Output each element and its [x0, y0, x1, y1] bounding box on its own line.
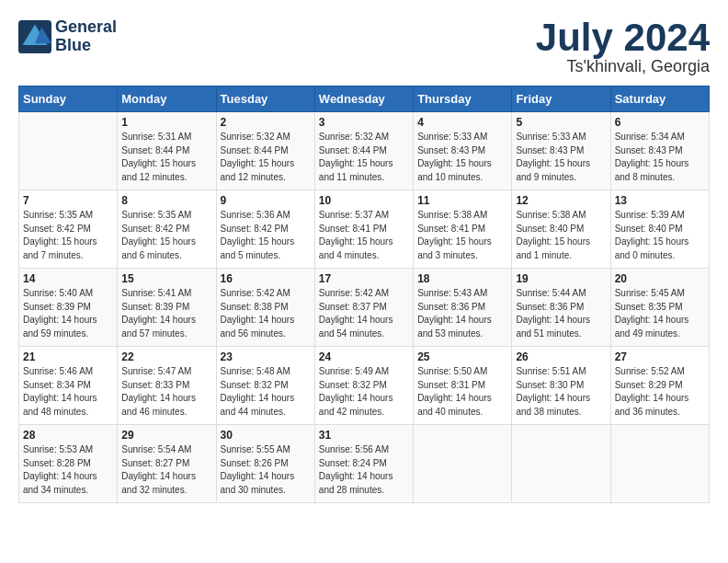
day-number: 21	[23, 350, 113, 363]
day-info: Sunrise: 5:43 AM Sunset: 8:36 PM Dayligh…	[417, 287, 507, 340]
day-info: Sunrise: 5:38 AM Sunset: 8:40 PM Dayligh…	[516, 209, 606, 262]
day-cell: 18Sunrise: 5:43 AM Sunset: 8:36 PM Dayli…	[414, 269, 512, 347]
calendar-title: July 2024	[536, 18, 710, 57]
calendar-subtitle: Ts'khinvali, Georgia	[536, 57, 710, 76]
day-number: 10	[319, 194, 409, 207]
day-cell: 2Sunrise: 5:32 AM Sunset: 8:44 PM Daylig…	[216, 112, 314, 190]
day-info: Sunrise: 5:42 AM Sunset: 8:38 PM Dayligh…	[221, 287, 311, 340]
day-info: Sunrise: 5:56 AM Sunset: 8:24 PM Dayligh…	[319, 443, 409, 497]
day-number: 11	[417, 194, 507, 207]
day-number: 19	[516, 272, 606, 285]
day-info: Sunrise: 5:44 AM Sunset: 8:36 PM Dayligh…	[516, 287, 606, 340]
day-number: 14	[23, 272, 113, 285]
day-cell: 24Sunrise: 5:49 AM Sunset: 8:32 PM Dayli…	[314, 347, 413, 425]
day-number: 17	[319, 272, 409, 285]
day-number: 15	[121, 272, 211, 285]
day-info: Sunrise: 5:39 AM Sunset: 8:40 PM Dayligh…	[615, 209, 705, 262]
logo-line1: General	[55, 18, 117, 37]
day-info: Sunrise: 5:55 AM Sunset: 8:26 PM Dayligh…	[221, 443, 311, 497]
page-header: General Blue July 2024 Ts'khinvali, Geor…	[18, 18, 710, 76]
day-number: 22	[121, 350, 211, 363]
header-cell-sunday: Sunday	[19, 86, 118, 112]
week-row-5: 28Sunrise: 5:53 AM Sunset: 8:28 PM Dayli…	[19, 425, 710, 503]
day-number: 7	[23, 194, 113, 207]
calendar-table: SundayMondayTuesdayWednesdayThursdayFrid…	[18, 86, 710, 503]
week-row-1: 1Sunrise: 5:31 AM Sunset: 8:44 PM Daylig…	[19, 112, 710, 190]
day-info: Sunrise: 5:49 AM Sunset: 8:32 PM Dayligh…	[319, 365, 409, 419]
day-number: 4	[417, 116, 507, 129]
week-row-4: 21Sunrise: 5:46 AM Sunset: 8:34 PM Dayli…	[19, 347, 710, 425]
day-cell: 17Sunrise: 5:42 AM Sunset: 8:37 PM Dayli…	[314, 269, 413, 347]
day-info: Sunrise: 5:51 AM Sunset: 8:30 PM Dayligh…	[516, 365, 606, 419]
day-info: Sunrise: 5:52 AM Sunset: 8:29 PM Dayligh…	[615, 365, 705, 419]
day-cell: 15Sunrise: 5:41 AM Sunset: 8:39 PM Dayli…	[118, 269, 216, 347]
day-cell: 21Sunrise: 5:46 AM Sunset: 8:34 PM Dayli…	[19, 347, 118, 425]
day-cell: 23Sunrise: 5:48 AM Sunset: 8:32 PM Dayli…	[216, 347, 314, 425]
header-cell-tuesday: Tuesday	[216, 86, 314, 112]
day-info: Sunrise: 5:41 AM Sunset: 8:39 PM Dayligh…	[121, 287, 211, 340]
header-cell-saturday: Saturday	[610, 86, 709, 112]
day-number: 25	[417, 350, 507, 363]
day-number: 18	[417, 272, 507, 285]
day-cell: 9Sunrise: 5:36 AM Sunset: 8:42 PM Daylig…	[216, 190, 314, 269]
day-number: 28	[23, 429, 113, 442]
day-cell: 22Sunrise: 5:47 AM Sunset: 8:33 PM Dayli…	[118, 347, 216, 425]
day-number: 6	[615, 116, 705, 129]
day-cell: 13Sunrise: 5:39 AM Sunset: 8:40 PM Dayli…	[610, 190, 709, 269]
day-number: 8	[121, 194, 211, 207]
week-row-3: 14Sunrise: 5:40 AM Sunset: 8:39 PM Dayli…	[19, 269, 710, 347]
day-cell: 11Sunrise: 5:38 AM Sunset: 8:41 PM Dayli…	[414, 190, 512, 269]
day-cell: 30Sunrise: 5:55 AM Sunset: 8:26 PM Dayli…	[216, 425, 314, 503]
day-cell	[414, 425, 512, 503]
day-cell: 6Sunrise: 5:34 AM Sunset: 8:43 PM Daylig…	[610, 112, 709, 190]
day-number: 1	[121, 116, 211, 129]
day-number: 3	[319, 116, 409, 129]
title-block: July 2024 Ts'khinvali, Georgia	[536, 18, 710, 76]
day-info: Sunrise: 5:46 AM Sunset: 8:34 PM Dayligh…	[23, 365, 113, 419]
day-info: Sunrise: 5:42 AM Sunset: 8:37 PM Dayligh…	[319, 287, 409, 340]
day-info: Sunrise: 5:54 AM Sunset: 8:27 PM Dayligh…	[121, 443, 211, 497]
day-number: 9	[221, 194, 311, 207]
day-info: Sunrise: 5:37 AM Sunset: 8:41 PM Dayligh…	[319, 209, 409, 262]
day-info: Sunrise: 5:36 AM Sunset: 8:42 PM Dayligh…	[221, 209, 311, 262]
header-cell-friday: Friday	[512, 86, 610, 112]
week-row-2: 7Sunrise: 5:35 AM Sunset: 8:42 PM Daylig…	[19, 190, 710, 269]
day-info: Sunrise: 5:47 AM Sunset: 8:33 PM Dayligh…	[121, 365, 211, 419]
day-number: 5	[516, 116, 606, 129]
day-info: Sunrise: 5:32 AM Sunset: 8:44 PM Dayligh…	[319, 131, 409, 184]
calendar-header: SundayMondayTuesdayWednesdayThursdayFrid…	[19, 86, 710, 112]
day-cell: 28Sunrise: 5:53 AM Sunset: 8:28 PM Dayli…	[19, 425, 118, 503]
day-cell: 31Sunrise: 5:56 AM Sunset: 8:24 PM Dayli…	[314, 425, 413, 503]
day-cell: 27Sunrise: 5:52 AM Sunset: 8:29 PM Dayli…	[610, 347, 709, 425]
day-number: 30	[221, 429, 311, 442]
day-info: Sunrise: 5:33 AM Sunset: 8:43 PM Dayligh…	[417, 131, 507, 184]
day-cell: 10Sunrise: 5:37 AM Sunset: 8:41 PM Dayli…	[314, 190, 413, 269]
day-cell: 16Sunrise: 5:42 AM Sunset: 8:38 PM Dayli…	[216, 269, 314, 347]
day-cell: 19Sunrise: 5:44 AM Sunset: 8:36 PM Dayli…	[512, 269, 610, 347]
day-number: 13	[615, 194, 705, 207]
day-cell: 26Sunrise: 5:51 AM Sunset: 8:30 PM Dayli…	[512, 347, 610, 425]
day-cell: 3Sunrise: 5:32 AM Sunset: 8:44 PM Daylig…	[314, 112, 413, 190]
logo-text: General Blue	[55, 18, 117, 55]
day-info: Sunrise: 5:53 AM Sunset: 8:28 PM Dayligh…	[23, 443, 113, 497]
day-number: 27	[615, 350, 705, 363]
header-cell-monday: Monday	[118, 86, 216, 112]
day-info: Sunrise: 5:34 AM Sunset: 8:43 PM Dayligh…	[615, 131, 705, 184]
day-cell	[610, 425, 709, 503]
day-number: 31	[319, 429, 409, 442]
day-cell: 8Sunrise: 5:35 AM Sunset: 8:42 PM Daylig…	[118, 190, 216, 269]
day-number: 23	[221, 350, 311, 363]
day-number: 26	[516, 350, 606, 363]
day-cell: 12Sunrise: 5:38 AM Sunset: 8:40 PM Dayli…	[512, 190, 610, 269]
day-info: Sunrise: 5:48 AM Sunset: 8:32 PM Dayligh…	[221, 365, 311, 419]
day-cell	[512, 425, 610, 503]
day-info: Sunrise: 5:35 AM Sunset: 8:42 PM Dayligh…	[121, 209, 211, 262]
day-cell: 25Sunrise: 5:50 AM Sunset: 8:31 PM Dayli…	[414, 347, 512, 425]
logo-line2: Blue	[55, 37, 117, 55]
header-row: SundayMondayTuesdayWednesdayThursdayFrid…	[19, 86, 710, 112]
day-cell: 1Sunrise: 5:31 AM Sunset: 8:44 PM Daylig…	[118, 112, 216, 190]
day-number: 16	[221, 272, 311, 285]
day-info: Sunrise: 5:38 AM Sunset: 8:41 PM Dayligh…	[417, 209, 507, 262]
logo-icon	[18, 20, 51, 53]
day-cell: 5Sunrise: 5:33 AM Sunset: 8:43 PM Daylig…	[512, 112, 610, 190]
